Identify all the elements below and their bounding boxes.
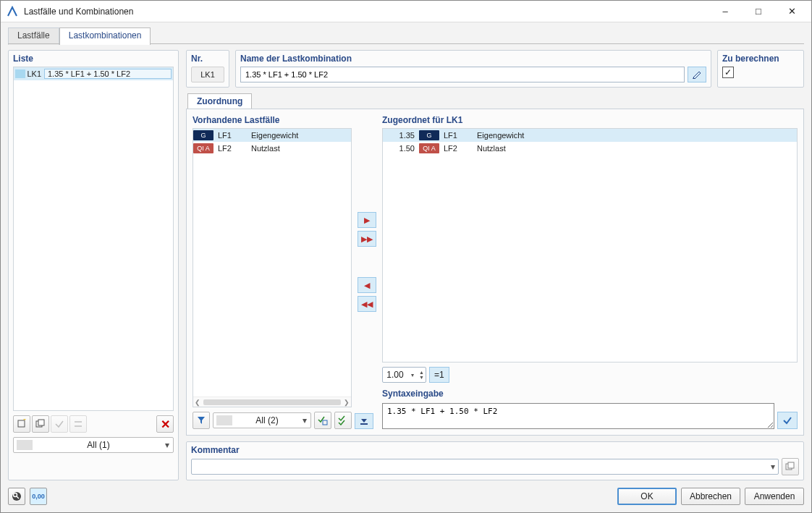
horizontal-scrollbar[interactable]: ❮ ❯: [193, 397, 351, 407]
table-row[interactable]: 1.35 G LF1 Eigengewicht: [383, 129, 797, 142]
syntax-input[interactable]: [382, 403, 774, 429]
chevron-down-icon: ▾: [407, 372, 418, 378]
nr-value[interactable]: LK1: [191, 67, 224, 82]
add-all-button[interactable]: ▶▶: [358, 231, 376, 247]
check-select-button[interactable]: [314, 412, 331, 429]
factor-equal-button[interactable]: =1: [429, 367, 449, 383]
category-badge: QI A: [193, 143, 213, 153]
name-input[interactable]: [240, 67, 685, 82]
table-row[interactable]: G LF1 Eigengewicht: [193, 129, 351, 142]
available-list[interactable]: G LF1 Eigengewicht QI A LF2 Nutzlast: [193, 128, 352, 407]
chevron-down-icon: ▾: [161, 440, 173, 450]
edit-name-button[interactable]: [688, 67, 706, 82]
available-label: Vorhandene Lastfälle: [193, 115, 352, 125]
table-row[interactable]: 1.50 QI A LF2 Nutzlast: [383, 142, 797, 155]
assigned-list[interactable]: 1.35 G LF1 Eigengewicht 1.50 QI A LF2 Nu…: [382, 128, 798, 363]
tab-assignment[interactable]: Zuordnung: [187, 93, 252, 109]
filter-button[interactable]: [193, 412, 210, 429]
top-tabs: Lastfälle Lastkombinationen: [8, 27, 804, 44]
table-row[interactable]: QI A LF2 Nutzlast: [193, 142, 351, 155]
comment-combo[interactable]: ▾: [191, 459, 779, 475]
category-badge: QI A: [419, 143, 439, 153]
new-button[interactable]: [13, 415, 30, 433]
maximize-button[interactable]: □: [742, 1, 775, 22]
help-button[interactable]: [8, 488, 25, 505]
available-filter-combo[interactable]: All (2) ▾: [213, 412, 311, 428]
tab-loadcases[interactable]: Lastfälle: [8, 27, 59, 45]
svg-rect-6: [788, 462, 794, 468]
apply-button[interactable]: Anwenden: [745, 488, 804, 505]
svg-rect-2: [38, 420, 44, 425]
comment-label: Kommentar: [191, 445, 799, 455]
remove-one-button[interactable]: ◀: [358, 277, 376, 293]
category-badge: G: [193, 130, 213, 140]
list-filter-combo[interactable]: All (1) ▾: [13, 437, 174, 453]
move-down-button[interactable]: [355, 413, 373, 429]
units-button[interactable]: 0,00: [30, 488, 47, 505]
check-all-button[interactable]: [334, 412, 352, 429]
svg-rect-3: [323, 420, 327, 425]
comment-extra-button[interactable]: [782, 458, 799, 475]
category-badge: G: [419, 130, 439, 140]
assigned-label: Zugeordnet für LK1: [382, 115, 798, 125]
copy-button[interactable]: [32, 415, 49, 433]
syntax-label: Syntaxeingabe: [382, 389, 798, 399]
titlebar: Lastfälle und Kombinationen – □ ✕: [1, 1, 811, 22]
app-icon: [7, 6, 18, 17]
svg-rect-4: [360, 423, 368, 425]
filter-swatch: [216, 415, 232, 425]
nr-label: Nr.: [191, 54, 224, 64]
minimize-button[interactable]: –: [709, 1, 742, 22]
remove-all-button[interactable]: ◀◀: [358, 296, 376, 312]
svg-rect-0: [18, 420, 25, 427]
calc-label: Zu berechnen: [722, 54, 799, 64]
factor-spinner[interactable]: 1.00 ▾ ▲▼: [382, 367, 426, 383]
add-one-button[interactable]: ▶: [358, 212, 376, 228]
close-button[interactable]: ✕: [775, 1, 808, 22]
color-swatch: [15, 69, 25, 78]
calc-checkbox[interactable]: [722, 67, 734, 78]
syntax-check-button[interactable]: [777, 412, 798, 429]
tab-combinations[interactable]: Lastkombinationen: [59, 27, 151, 45]
chevron-down-icon: ▾: [771, 462, 775, 472]
list-label: Liste: [13, 54, 174, 64]
window-title: Lastfälle und Kombinationen: [24, 7, 709, 17]
filter-swatch: [17, 440, 33, 450]
toolbar-button-4: [69, 415, 87, 433]
chevron-down-icon: ▾: [299, 415, 310, 425]
toolbar-button-3: [51, 415, 68, 433]
ok-button[interactable]: OK: [617, 488, 677, 505]
delete-button[interactable]: ✕: [156, 415, 174, 433]
name-label: Name der Lastkombination: [240, 54, 706, 64]
list-item[interactable]: LK1 1.35 * LF1 + 1.50 * LF2: [14, 67, 173, 80]
cancel-button[interactable]: Abbrechen: [681, 488, 740, 505]
combination-list[interactable]: LK1 1.35 * LF1 + 1.50 * LF2: [13, 67, 174, 411]
